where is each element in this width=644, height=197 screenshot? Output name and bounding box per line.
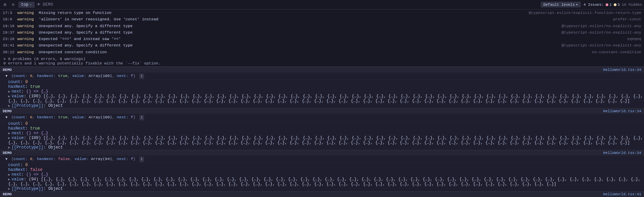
warning-loc: 23:18 — [3, 36, 15, 42]
console-source-3[interactable]: HelloWorld.tsx:34 — [603, 151, 644, 155]
prop-next-2[interactable]: ▶next: () => {…} — [8, 131, 644, 136]
warning-loc: 19:9 — [3, 16, 15, 22]
expand-value-icon-1[interactable]: ▶ — [8, 95, 10, 98]
warning-rule: @typescript-eslint/no-explicit-any — [561, 42, 641, 48]
warning-rule: no-constant-condition — [592, 49, 641, 55]
console-props-3: count: 0 hasNext: false ▶next: () => {…}… — [0, 163, 644, 191]
console-block-header-4: DEMO HelloWorld.tsx:41 — [0, 191, 644, 197]
console-props-2: count: 0 hasNext: true ▶next: () => {…} … — [0, 121, 644, 150]
prop-value-1[interactable]: ▶value: (100) [{…}, {…}, {…}, {…}, {…}, … — [8, 94, 644, 103]
warning-loc: 39:12 — [3, 49, 15, 55]
warning-type: warning — [17, 23, 36, 29]
warning-row[interactable]: 19:37 warning Unexpected any. Specify a … — [0, 29, 644, 36]
warning-rule: @typescript-eslint/no-explicit-any — [561, 23, 641, 29]
prop-value-2[interactable]: ▶value: (100) [{…}, {…}, {…}, {…}, {…}, … — [8, 136, 644, 145]
console-demo-label-4: DEMO — [0, 192, 14, 197]
grid-icon[interactable]: ⊞ — [2, 2, 8, 8]
expand-arrow-icon-2[interactable]: ▼ — [5, 116, 7, 119]
warning-rule: @typescript-eslint/explicit-function-ret… — [529, 10, 641, 16]
warning-msg: Unexpected constant condition — [39, 49, 589, 55]
console-props-1: count: 0 hasNext: true ▶next: () => {…} … — [0, 80, 644, 108]
prop-proto-1[interactable]: ▶[[Prototype]]: Object — [8, 103, 644, 108]
expand-value-icon-3[interactable]: ▶ — [8, 178, 10, 181]
console-demo-label-3: DEMO — [0, 150, 14, 156]
expand-proto-icon-1[interactable]: ▶ — [8, 104, 10, 108]
toolbar-right: Default levels ▾ 4 Issues: 1 3 16 hidden — [541, 2, 642, 7]
warning-loc: 33:41 — [3, 42, 15, 48]
error-dot-icon — [606, 3, 608, 6]
warning-msg: Missing return type on function — [39, 10, 526, 16]
warning-row[interactable]: 33:41 warning Unexpected any. Specify a … — [0, 42, 644, 48]
levels-label: Default levels — [543, 3, 575, 7]
issues-label: 4 Issues: — [584, 3, 604, 7]
expand-proto-icon-2[interactable]: ▶ — [8, 146, 10, 150]
expand-next-icon-1[interactable]: ▶ — [8, 90, 10, 94]
prop-next-3[interactable]: ▶next: () => {…} — [8, 172, 644, 177]
console-entry-2-main[interactable]: ▼ {count: 0, hasNext: true, value: Array… — [0, 114, 644, 121]
store-badge-1: i — [139, 74, 144, 79]
warning-type: warning — [17, 36, 36, 42]
prop-proto-2[interactable]: ▶[[Prototype]]: Object — [8, 145, 644, 150]
console-section: DEMO HelloWorld.tsx:34 ▼ {count: 0, hasN… — [0, 67, 644, 197]
error-number: 1 — [609, 3, 612, 7]
console-entry-1-main[interactable]: ▼ {count: 0, hasNext: true, value: Array… — [0, 73, 644, 80]
console-block-header-3: DEMO HelloWorld.tsx:34 — [0, 150, 644, 156]
warning-row[interactable]: 19:9 warning 'allUsers' is never reassig… — [0, 16, 644, 22]
prop-hasnext-2: hasNext: true — [8, 126, 644, 131]
warning-type: warning — [17, 29, 36, 35]
warning-type: warning — [17, 10, 36, 16]
prop-count-3: count: 0 — [8, 163, 644, 168]
console-source-4[interactable]: HelloWorld.tsx:41 — [603, 192, 644, 196]
warning-row[interactable]: 39:12 warning Unexpected constant condit… — [0, 49, 644, 55]
console-main-text-2: {count: 0, hasNext: true, value: Array(1… — [11, 115, 136, 119]
warning-dot-icon — [614, 3, 616, 6]
console-demo-label-1: DEMO — [0, 67, 14, 73]
warning-loc: 19:19 — [3, 23, 15, 29]
warning-type: warning — [17, 42, 36, 48]
issues-count: 4 Issues: 1 3 16 hidden — [584, 3, 642, 7]
eye-icon[interactable]: 👁 — [37, 2, 41, 7]
expand-arrow-icon-1[interactable]: ▼ — [5, 74, 7, 78]
expand-arrow-icon-3[interactable]: ▼ — [5, 157, 7, 161]
warning-rule: @typescript-eslint/no-explicit-any — [561, 29, 641, 35]
error-count: 1 — [606, 3, 612, 7]
warning-type: warning — [17, 16, 36, 22]
warning-count: 3 — [614, 3, 620, 7]
console-source-1[interactable]: HelloWorld.tsx:34 — [603, 68, 644, 72]
prop-value-3[interactable]: ▶value: (94) [{…}, {…}, {…}, {…}, {…}, {… — [8, 177, 644, 186]
prop-hasnext-3: hasNext: false — [8, 168, 644, 172]
levels-button[interactable]: Default levels ▾ — [541, 2, 581, 7]
expand-next-icon-3[interactable]: ▶ — [8, 173, 10, 177]
block-icon[interactable]: ⊘ — [10, 2, 16, 8]
console-entry-3-main[interactable]: ▼ {count: 0, hasNext: false, value: Arra… — [0, 156, 644, 163]
expand-next-icon-2[interactable]: ▶ — [8, 132, 10, 135]
tab-top-label: top — [21, 2, 29, 7]
warning-msg: Expected '===' and instead saw '==' — [39, 36, 625, 42]
warning-type: warning — [17, 49, 36, 55]
warning-row[interactable]: 19:19 warning Unexpected any. Specify a … — [0, 23, 644, 29]
warning-msg: Unexpected any. Specify a different type — [39, 23, 559, 29]
hidden-count: 16 hidden — [622, 3, 642, 7]
expand-value-icon-2[interactable]: ▶ — [8, 136, 10, 140]
expand-proto-icon-3[interactable]: ▶ — [8, 187, 10, 191]
prop-hasnext-1: hasNext: true — [8, 84, 644, 89]
console-block-header-2: DEMO HelloWorld.tsx:34 — [0, 108, 644, 114]
prop-count-1: count: 0 — [8, 80, 644, 84]
prop-proto-3[interactable]: ▶[[Prototype]]: Object — [8, 186, 644, 191]
warnings-panel: 17:3 warning Missing return type on func… — [0, 9, 644, 67]
console-block-header-1: DEMO HelloWorld.tsx:34 — [0, 67, 644, 73]
store-badge-3: i — [139, 157, 144, 162]
warning-row[interactable]: 23:18 warning Expected '===' and instead… — [0, 36, 644, 42]
warning-loc: 19:37 — [3, 29, 15, 35]
warning-loc: 17:3 — [3, 10, 15, 16]
warning-number: 3 — [617, 3, 620, 7]
summary-line1: ✕ 8 problems (0 errors, 8 warnings) — [3, 56, 641, 61]
tab-top[interactable]: top ▾ — [18, 2, 35, 8]
summary-problems: ✕ 8 problems (0 errors, 8 warnings) 0 er… — [0, 55, 644, 66]
prop-next-1[interactable]: ▶next: () => {…} — [8, 89, 644, 94]
toolbar: ⊞ ⊘ top ▾ 👁 DEMO Default levels ▾ 4 Issu… — [0, 0, 644, 9]
console-source-2[interactable]: HelloWorld.tsx:34 — [603, 109, 644, 113]
summary-line2: 0 errors and 1 warning potentially fixab… — [3, 61, 641, 65]
prop-count-2: count: 0 — [8, 121, 644, 126]
warning-row[interactable]: 17:3 warning Missing return type on func… — [0, 9, 644, 16]
